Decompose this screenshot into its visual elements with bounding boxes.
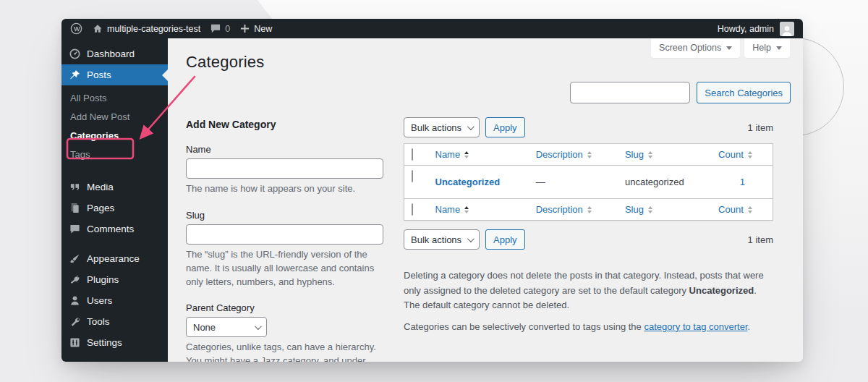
table-row: Uncategorized — uncategorized 1 xyxy=(404,166,773,199)
column-header-name[interactable]: Name xyxy=(428,144,529,166)
sidebar-item-label: Appearance xyxy=(87,253,140,264)
sidebar-item-media[interactable]: Media xyxy=(61,177,168,198)
sort-arrows-icon xyxy=(748,151,752,158)
plus-icon xyxy=(240,24,250,33)
slug-label: Slug xyxy=(186,210,383,221)
appearance-icon xyxy=(69,253,80,264)
column-header-count[interactable]: Count xyxy=(711,144,773,166)
sidebar-item-label: Pages xyxy=(87,203,114,213)
new-content-button[interactable]: New xyxy=(240,24,272,34)
column-label: Name xyxy=(435,204,461,215)
sidebar-item-label: Media xyxy=(87,182,114,192)
dashboard-icon xyxy=(69,48,80,59)
chevron-down-icon xyxy=(255,323,262,330)
sidebar-item-appearance[interactable]: Appearance xyxy=(61,248,168,269)
chevron-down-icon xyxy=(467,123,475,130)
bulk-actions-select-bottom[interactable]: Bulk actions xyxy=(404,229,480,250)
tablenav-top: Bulk actions Apply 1 item xyxy=(404,117,773,137)
column-label: Slug xyxy=(625,149,644,160)
search-row: Search Categories xyxy=(186,82,791,103)
comments-count: 0 xyxy=(225,24,230,34)
category-name-input[interactable] xyxy=(186,158,383,179)
plugins-icon xyxy=(69,274,80,285)
category-slug: uncategorized xyxy=(625,177,684,187)
note-bold: Uncategorized xyxy=(689,285,754,296)
sidebar-item-comments[interactable]: Comments xyxy=(61,218,168,239)
sidebar-item-plugins[interactable]: Plugins xyxy=(61,269,168,290)
avatar[interactable] xyxy=(780,22,794,36)
sidebar-item-add-new-post[interactable]: Add New Post xyxy=(61,107,168,126)
category-to-tag-converter-link[interactable]: category to tag converter xyxy=(644,321,747,332)
comments-toolbar-item[interactable]: 0 xyxy=(210,24,230,34)
categories-table: Name Description Slug xyxy=(404,143,773,221)
sidebar-item-tags[interactable]: Tags xyxy=(61,145,168,164)
parent-category-select[interactable]: None xyxy=(186,317,267,337)
column-footer-description[interactable]: Description xyxy=(529,199,618,221)
home-icon xyxy=(93,24,103,34)
chevron-down-icon xyxy=(726,46,732,50)
sidebar-item-dashboard[interactable]: Dashboard xyxy=(61,43,168,64)
select-all-checkbox[interactable] xyxy=(412,148,413,161)
search-input[interactable] xyxy=(570,82,690,103)
sort-arrows-icon xyxy=(587,206,592,213)
new-label: New xyxy=(254,24,272,34)
note-text: Categories can be selectively converted … xyxy=(404,321,644,332)
sidebar-item-label: Posts xyxy=(87,69,111,80)
help-button[interactable]: Help xyxy=(744,38,790,58)
category-slug-input[interactable] xyxy=(186,224,383,245)
apply-button[interactable]: Apply xyxy=(485,117,525,137)
admin-sidebar: Dashboard Posts All Posts Add New Post C… xyxy=(61,38,168,362)
column-header-slug[interactable]: Slug xyxy=(618,144,711,166)
category-count-link[interactable]: 1 xyxy=(740,177,745,187)
add-category-form: Add New Category Name The name is how it… xyxy=(186,113,383,362)
sidebar-item-users[interactable]: Users xyxy=(61,290,168,311)
column-footer-count[interactable]: Count xyxy=(711,199,773,221)
sidebar-item-label: Tools xyxy=(87,316,110,327)
chevron-down-icon xyxy=(467,235,475,242)
parent-help-text: Categories, unlike tags, can have a hier… xyxy=(186,341,383,362)
pages-icon xyxy=(69,203,80,213)
tools-icon xyxy=(69,316,80,327)
tablenav-bottom: Bulk actions Apply 1 item xyxy=(404,229,773,250)
site-menu[interactable]: multiple-categories-test xyxy=(93,24,200,34)
column-footer-slug[interactable]: Slug xyxy=(618,199,711,221)
name-label: Name xyxy=(186,144,383,155)
sidebar-item-pages[interactable]: Pages xyxy=(61,198,168,218)
select-all-checkbox[interactable] xyxy=(412,203,413,216)
comments-bubble-icon xyxy=(210,24,221,33)
chevron-down-icon xyxy=(776,46,782,50)
categories-list: Bulk actions Apply 1 item Name xyxy=(404,113,773,362)
sidebar-item-settings[interactable]: Settings xyxy=(61,332,168,353)
sidebar-item-all-posts[interactable]: All Posts xyxy=(61,88,168,107)
screen-options-button[interactable]: Screen Options xyxy=(651,38,740,58)
column-header-description[interactable]: Description xyxy=(529,144,618,166)
column-footer-name[interactable]: Name xyxy=(428,199,529,221)
column-label: Name xyxy=(435,149,461,160)
admin-toolbar: multiple-categories-test 0 New Howdy, ad… xyxy=(61,19,803,38)
note-text: . xyxy=(748,321,751,332)
search-categories-button[interactable]: Search Categories xyxy=(697,82,791,103)
sort-arrows-icon xyxy=(648,206,652,213)
wordpress-logo-icon[interactable] xyxy=(70,22,82,35)
column-label: Count xyxy=(718,204,744,215)
howdy-text[interactable]: Howdy, admin xyxy=(718,24,774,34)
converter-note: Categories can be selectively converted … xyxy=(404,320,773,335)
users-icon xyxy=(69,295,80,306)
column-label: Description xyxy=(536,204,583,215)
sidebar-item-tools[interactable]: Tools xyxy=(61,311,168,332)
sort-arrows-icon xyxy=(587,151,592,158)
item-count: 1 item xyxy=(748,122,773,133)
media-icon xyxy=(69,182,80,192)
row-checkbox[interactable] xyxy=(412,170,413,182)
sidebar-item-label: Comments xyxy=(87,224,134,234)
sidebar-item-categories[interactable]: Categories xyxy=(61,126,168,145)
bulk-actions-select[interactable]: Bulk actions xyxy=(404,117,480,137)
delete-note: Deleting a category does not delete the … xyxy=(404,268,773,313)
sidebar-item-label: Plugins xyxy=(87,274,119,285)
sidebar-item-posts[interactable]: Posts xyxy=(61,64,168,85)
category-name-link[interactable]: Uncategorized xyxy=(435,177,501,187)
column-label: Description xyxy=(536,149,583,160)
avatar-icon xyxy=(780,25,793,36)
sidebar-item-label: Settings xyxy=(87,337,122,348)
apply-button-bottom[interactable]: Apply xyxy=(485,229,525,250)
